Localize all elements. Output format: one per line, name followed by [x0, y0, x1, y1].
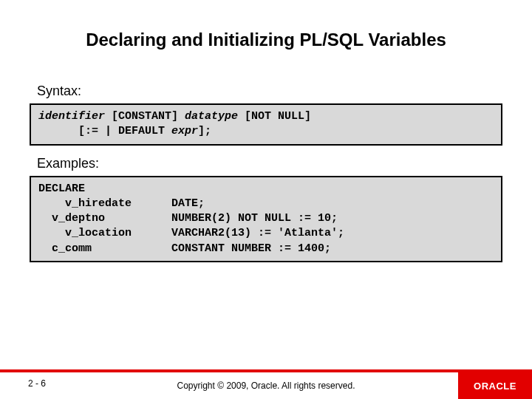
footer: 2 - 6 Copyright © 2009, Oracle. All righ…: [0, 369, 532, 399]
examples-code-box: DECLARE v_hiredate DATE; v_deptno NUMBER…: [30, 176, 502, 262]
syntax-constant: [CONSTANT]: [105, 110, 185, 123]
syntax-code-box: identifier [CONSTANT] datatype [NOT NULL…: [30, 103, 502, 146]
oracle-logo: ORACLE: [458, 372, 532, 399]
syntax-identifier: identifier: [38, 110, 105, 123]
syntax-expr: expr: [171, 125, 198, 137]
syntax-assign: [:= | DEFAULT: [38, 125, 171, 137]
syntax-datatype: datatype: [185, 110, 238, 123]
footer-content: 2 - 6 Copyright © 2009, Oracle. All righ…: [0, 372, 532, 399]
page-number: 2 - 6: [28, 378, 46, 389]
copyright-text: Copyright © 2009, Oracle. All rights res…: [177, 381, 355, 391]
slide: Declaring and Initializing PL/SQL Variab…: [0, 0, 532, 399]
syntax-end: ];: [198, 125, 211, 137]
examples-label: Examples:: [37, 156, 502, 171]
syntax-label: Syntax:: [37, 83, 502, 99]
syntax-notnull: [NOT NULL]: [238, 110, 311, 123]
slide-title: Declaring and Initializing PL/SQL Variab…: [30, 30, 502, 50]
